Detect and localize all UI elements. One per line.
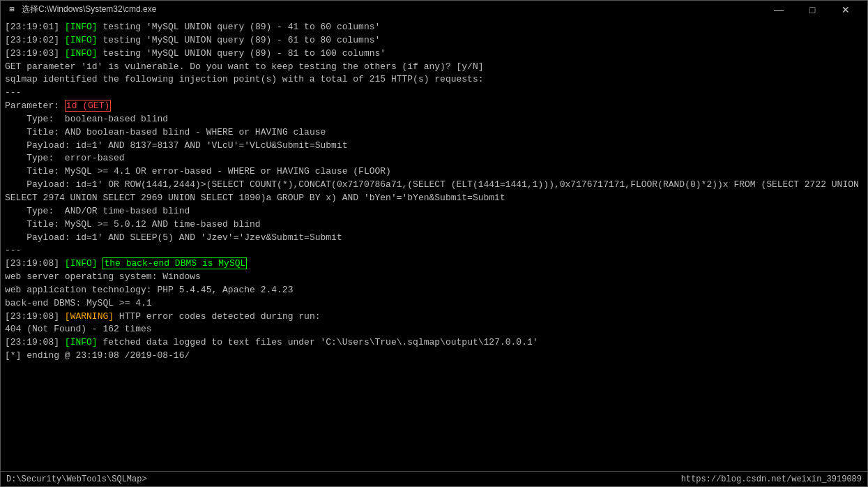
statusbar: D:\Security\WebTools\SQLMap> https://blo… xyxy=(0,472,868,487)
terminal-line: web server operating system: Windows xyxy=(5,271,863,284)
window-title: 选择C:\Windows\System32\cmd.exe xyxy=(22,3,763,15)
terminal-line: Payload: id=1' OR ROW(1441,2444)>(SELECT… xyxy=(5,179,863,205)
terminal-line: [23:19:08] [WARNING] HTTP error codes de… xyxy=(5,310,863,324)
terminal-line: Type: error-based xyxy=(5,152,863,165)
terminal-line: --- xyxy=(5,244,863,257)
titlebar-buttons: — □ ✕ xyxy=(763,1,862,19)
terminal-line: back-end DBMS: MySQL >= 4.1 xyxy=(5,297,863,310)
terminal-line: [23:19:08] [INFO] fetched data logged to… xyxy=(5,336,863,350)
terminal-line: Title: AND boolean-based blind - WHERE o… xyxy=(5,126,863,140)
terminal-line: [*] ending @ 23:19:08 /2019-08-16/ xyxy=(5,350,863,363)
terminal-line: [23:19:02] [INFO] testing 'MySQL UNION q… xyxy=(5,34,863,47)
terminal-line: Payload: id=1' AND 8137=8137 AND 'VLcU'=… xyxy=(5,140,863,153)
titlebar: ⊞ 选择C:\Windows\System32\cmd.exe — □ ✕ xyxy=(0,0,868,18)
terminal-line: Title: MySQL >= 4.1 OR error-based - WHE… xyxy=(5,165,863,179)
terminal-line: Payload: id=1' AND SLEEP(5) AND 'Jzev'='… xyxy=(5,232,863,245)
terminal-line: [23:19:01] [INFO] testing 'MySQL UNION q… xyxy=(5,21,863,34)
terminal-line: GET parameter 'id' is vulnerable. Do you… xyxy=(5,61,863,74)
close-button[interactable]: ✕ xyxy=(830,1,862,19)
url-watermark: https://blog.csdn.net/weixin_3919089 xyxy=(681,474,862,484)
terminal-line: [23:19:08] [INFO] the back-end DBMS is M… xyxy=(5,257,863,271)
maximize-button[interactable]: □ xyxy=(796,1,828,19)
terminal-line: web application technology: PHP 5.4.45, … xyxy=(5,284,863,297)
terminal-line: Type: AND/OR time-based blind xyxy=(5,205,863,218)
window-icon: ⊞ xyxy=(6,4,17,15)
terminal-line: --- xyxy=(5,87,863,100)
cmd-window: ⊞ 选择C:\Windows\System32\cmd.exe — □ ✕ [2… xyxy=(0,0,868,487)
terminal-line: 404 (Not Found) - 162 times xyxy=(5,323,863,336)
minimize-button[interactable]: — xyxy=(763,1,795,19)
terminal-line: Parameter: id (GET) xyxy=(5,100,863,113)
terminal-line: Title: MySQL >= 5.0.12 AND time-based bl… xyxy=(5,218,863,232)
terminal-content: [23:19:01] [INFO] testing 'MySQL UNION q… xyxy=(0,18,868,472)
current-path: D:\Security\WebTools\SQLMap> xyxy=(6,474,147,484)
terminal-line: [23:19:03] [INFO] testing 'MySQL UNION q… xyxy=(5,47,863,61)
terminal-line: sqlmap identified the following injectio… xyxy=(5,73,863,87)
terminal-line: Type: boolean-based blind xyxy=(5,113,863,126)
